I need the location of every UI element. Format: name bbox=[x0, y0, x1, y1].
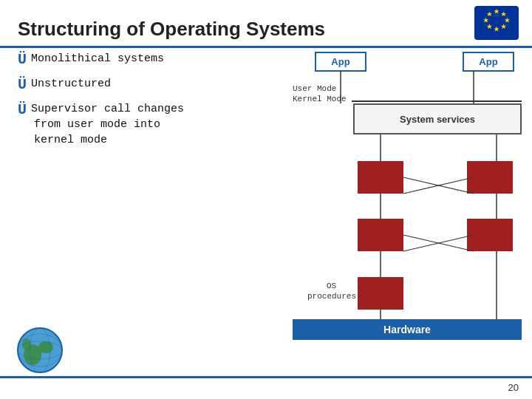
app-box-left: App bbox=[315, 52, 366, 72]
mode-separator-line bbox=[352, 100, 522, 102]
diagram: App App User Mode Kernel Mode System ser… bbox=[293, 52, 522, 340]
slide-title: Structuring of Operating Systems bbox=[18, 18, 514, 41]
system-services-box: System services bbox=[353, 103, 522, 134]
svg-point-24 bbox=[38, 341, 53, 353]
bullet-text-3b: from user mode into bbox=[34, 117, 184, 132]
app-box-right: App bbox=[463, 52, 514, 72]
red-square-os bbox=[358, 277, 403, 310]
page-number: 20 bbox=[508, 382, 519, 393]
eu-logo bbox=[474, 6, 519, 40]
globe-icon bbox=[16, 327, 64, 374]
svg-line-17 bbox=[403, 235, 474, 251]
bullet-text-2: Unstructured bbox=[31, 76, 111, 92]
bullet-arrow-1: Ü bbox=[18, 50, 27, 70]
user-mode-label: User Mode bbox=[293, 84, 336, 93]
red-square-bl bbox=[358, 219, 403, 251]
kernel-mode-label: Kernel Mode bbox=[293, 95, 347, 103]
hardware-bar: Hardware bbox=[293, 319, 522, 340]
slide: Structuring of Operating Systems Ü Monol… bbox=[0, 0, 532, 399]
svg-line-15 bbox=[403, 177, 474, 194]
bottom-decorative-line bbox=[0, 376, 532, 378]
red-square-tr bbox=[467, 161, 513, 194]
bullet-text-1: Monolithical systems bbox=[31, 51, 164, 66]
red-square-tl bbox=[358, 161, 403, 194]
bullet-text-3a: Supervisor call changes bbox=[31, 101, 184, 117]
bullet-text-3c: kernel mode bbox=[34, 132, 184, 148]
os-procedures-label: OS procedures bbox=[307, 281, 355, 302]
bullet-arrow-3: Ü bbox=[18, 100, 27, 120]
top-decorative-line bbox=[0, 46, 532, 48]
red-square-br bbox=[467, 219, 513, 251]
svg-line-16 bbox=[403, 177, 474, 194]
svg-line-18 bbox=[403, 235, 474, 251]
bullet-arrow-2: Ü bbox=[18, 75, 27, 95]
